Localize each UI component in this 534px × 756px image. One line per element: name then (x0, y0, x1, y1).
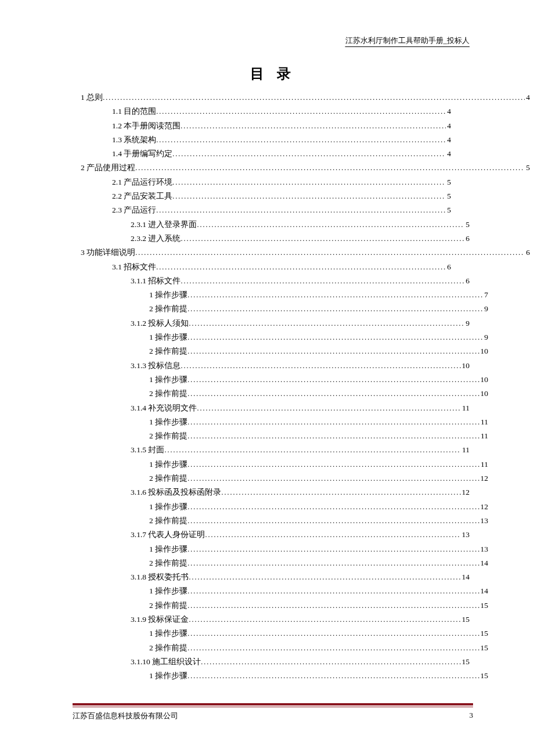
toc-entry-page: 12 (479, 474, 489, 483)
toc-entry-page: 11 (479, 432, 488, 440)
toc-entry-label: 2.3.2 进入系统 (131, 235, 181, 243)
table-of-contents: 1 总则41.1 目的范围41.2 本手册阅读范围41.3 系统架构41.4 手… (73, 93, 473, 686)
toc-dot-leader (181, 123, 446, 129)
toc-entry-label: 2 操作前提 (149, 644, 187, 652)
toc-entry-label: 2 操作前提 (149, 347, 187, 355)
toc-entry-label: 1.3 系统架构 (112, 136, 156, 144)
toc-entry-page: 10 (479, 390, 489, 398)
toc-entry-label: 3 功能详细说明 (81, 249, 135, 257)
toc-entry-label: 1 操作步骤 (149, 587, 187, 595)
toc-dot-leader (187, 630, 479, 637)
toc-dot-leader (164, 447, 461, 453)
toc-dot-leader (187, 672, 479, 679)
toc-entry: 1 操作步骤13 (73, 545, 488, 559)
toc-entry-page: 5 (525, 164, 530, 172)
toc-entry-page: 10 (461, 362, 470, 370)
toc-entry: 1 操作步骤11 (73, 460, 488, 474)
toc-entry-page: 14 (479, 587, 489, 595)
footer-rule-thick (73, 703, 473, 705)
document-page: 江苏水利厅制作工具帮助手册_投标人 目 录 1 总则41.1 目的范围41.2 … (0, 0, 534, 756)
toc-dot-leader (187, 560, 479, 567)
toc-dot-leader (172, 193, 446, 200)
toc-entry: 3.1.3 投标信息10 (73, 362, 470, 376)
toc-dot-leader (172, 179, 446, 186)
toc-dot-leader (187, 334, 483, 341)
toc-entry-page: 15 (479, 644, 489, 652)
toc-entry-label: 2.1 产品运行环境 (112, 178, 172, 186)
toc-entry-page: 12 (479, 503, 489, 511)
toc-entry-page: 4 (446, 136, 451, 144)
toc-entry-page: 6 (446, 263, 451, 271)
toc-dot-leader (197, 405, 461, 412)
toc-entry-label: 1 操作步骤 (149, 376, 187, 384)
toc-entry: 2 操作前提15 (73, 602, 488, 615)
toc-entry: 1 操作步骤15 (73, 672, 488, 686)
toc-entry-page: 4 (446, 150, 451, 158)
toc-entry: 2 产品使用过程5 (73, 164, 530, 178)
toc-entry-label: 1 操作步骤 (149, 629, 187, 638)
toc-dot-leader (187, 546, 479, 553)
toc-dot-leader (181, 235, 464, 242)
toc-dot-leader (187, 645, 479, 651)
toc-dot-leader (181, 278, 464, 285)
toc-entry-label: 3.1.2 投标人须知 (131, 319, 189, 327)
toc-entry-label: 1 操作步骤 (149, 503, 187, 511)
toc-entry: 1.4 手册编写约定4 (73, 150, 451, 164)
toc-entry-label: 1.2 本手册阅读范围 (112, 122, 181, 130)
toc-entry: 3.1.2 投标人须知9 (73, 319, 470, 333)
toc-dot-leader (187, 376, 479, 383)
toc-entry-page: 11 (461, 446, 470, 454)
footer-page-number: 3 (470, 711, 474, 721)
toc-entry-label: 1 操作步骤 (149, 333, 187, 341)
toc-entry: 3.1.6 投标函及投标函附录12 (73, 488, 470, 502)
toc-entry: 3.1 招标文件6 (73, 263, 451, 277)
toc-entry-page: 9 (483, 333, 488, 341)
toc-dot-leader (187, 588, 479, 595)
toc-dot-leader (187, 461, 479, 468)
toc-entry: 2.2 产品安装工具5 (73, 192, 451, 206)
running-header: 江苏水利厅制作工具帮助手册_投标人 (73, 35, 473, 46)
toc-dot-leader (201, 658, 460, 665)
toc-dot-leader (187, 390, 479, 397)
toc-entry-page: 15 (461, 658, 470, 666)
toc-entry: 2.3.1 进入登录界面5 (73, 221, 470, 235)
toc-dot-leader (221, 489, 460, 496)
toc-entry: 2 操作前提10 (73, 390, 488, 404)
toc-entry-page: 14 (461, 573, 470, 581)
toc-entry-label: 3.1.4 补充说明文件 (131, 404, 197, 412)
toc-entry: 1.2 本手册阅读范围4 (73, 122, 451, 136)
toc-dot-leader (187, 433, 479, 440)
toc-entry-page: 11 (461, 404, 470, 412)
toc-entry-label: 1.1 目的范围 (112, 107, 156, 116)
toc-entry-label: 2.2 产品安装工具 (112, 192, 172, 200)
toc-dot-leader (187, 419, 479, 426)
toc-dot-leader (181, 362, 460, 369)
toc-dot-leader (135, 164, 525, 171)
toc-entry: 3.1.7 代表人身份证明13 (73, 531, 470, 545)
toc-entry-page: 12 (461, 488, 470, 496)
toc-dot-leader (135, 249, 525, 256)
toc-entry: 3.1.5 封面11 (73, 446, 470, 460)
toc-entry: 2 操作前提13 (73, 517, 488, 531)
toc-entry-label: 1 操作步骤 (149, 672, 187, 680)
toc-dot-leader (205, 531, 460, 538)
toc-entry: 1 操作步骤11 (73, 418, 488, 432)
toc-dot-leader (187, 348, 479, 355)
toc-entry: 2 操作前提15 (73, 644, 488, 658)
toc-dot-leader (187, 503, 479, 510)
toc-entry: 3 功能详细说明6 (73, 249, 530, 262)
toc-entry: 3.1.8 授权委托书14 (73, 573, 470, 587)
toc-entry-label: 3.1.5 封面 (131, 446, 164, 454)
toc-entry-page: 10 (479, 347, 489, 355)
toc-entry: 1 总则4 (73, 93, 530, 107)
toc-entry: 1 操作步骤14 (73, 587, 488, 601)
toc-entry-label: 3.1.1 招标文件 (131, 277, 181, 285)
toc-entry-label: 1 操作步骤 (149, 545, 187, 553)
toc-entry-label: 2 操作前提 (149, 602, 187, 610)
toc-entry-page: 6 (464, 235, 470, 243)
toc-entry-label: 2 操作前提 (149, 432, 187, 440)
toc-dot-leader (187, 305, 483, 312)
toc-entry-label: 1 操作步骤 (149, 460, 187, 469)
toc-dot-leader (187, 517, 479, 524)
toc-entry-page: 5 (446, 192, 451, 200)
